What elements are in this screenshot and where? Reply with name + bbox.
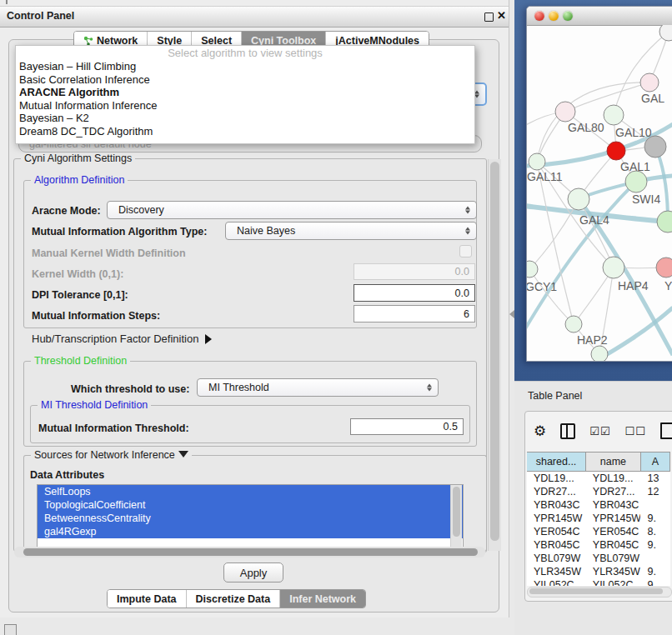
attribute-list-item[interactable]: gal4RGexp <box>38 525 463 538</box>
attribute-list-item[interactable]: BetweennessCentrality <box>38 512 463 525</box>
network-node[interactable] <box>644 136 666 158</box>
aracne-mode-combo[interactable]: Discovery <box>107 201 477 219</box>
table-row[interactable]: YLR345WYLR345W9. <box>527 565 670 578</box>
table-column-header[interactable]: name <box>586 452 641 471</box>
control-panel-titlebar[interactable]: Control Panel ✕ <box>0 6 509 28</box>
close-icon[interactable]: ✕ <box>497 9 506 22</box>
attribute-list-item[interactable]: SelfLoops <box>38 485 463 498</box>
table-row[interactable]: YDL19...YDL19...13 <box>527 472 670 485</box>
table-row[interactable]: YPR145WYPR145W9. <box>527 512 670 525</box>
mi-threshold-label: Mutual Information Threshold: <box>38 422 189 434</box>
settings-hscrollbar-thumb[interactable] <box>23 548 478 556</box>
dpi-tolerance-label: DPI Tolerance [0,1]: <box>32 289 128 301</box>
table-cell: YBR043C <box>527 499 586 511</box>
which-threshold-combo[interactable]: MI Threshold <box>197 378 439 397</box>
table-row[interactable]: YIL052CYIL052C9. <box>527 578 670 586</box>
table-cell: 9. <box>640 512 670 524</box>
sources-legend[interactable]: Sources for Network Inference <box>31 449 192 461</box>
network-node-gal80[interactable] <box>555 102 575 122</box>
bottom-tabbar: Impute DataDiscretize DataInfer Network <box>107 589 366 608</box>
network-node-gcy1[interactable] <box>527 261 538 278</box>
node-table[interactable]: shared...nameA YDL19...YDL19...13YDR27..… <box>527 452 670 586</box>
network-edge[interactable] <box>655 147 668 222</box>
network-node-label: GAL80 <box>568 121 604 134</box>
network-view-window[interactable]: GALGAL80GAL10GAL1GAL11SWI4GAL4HAP4YGCY1H… <box>526 6 672 362</box>
network-node-gal1[interactable] <box>607 142 625 160</box>
table-row[interactable]: YBR043CYBR043C <box>527 498 670 512</box>
minimized-panel-icon[interactable] <box>4 624 17 635</box>
table-row[interactable]: YDR27...YDR27...12 <box>527 485 670 498</box>
table-row[interactable]: YBR045CYBR045C9. <box>527 538 670 552</box>
attribute-list-item[interactable]: TopologicalCoefficient <box>38 498 463 512</box>
algorithm-option[interactable]: Mutual Information Inference <box>16 99 474 112</box>
gear-icon[interactable]: ⚙ <box>534 424 546 438</box>
network-node-gal11[interactable] <box>529 153 545 170</box>
close-traffic-icon[interactable] <box>534 11 544 21</box>
algorithm-option[interactable]: Bayesian – Hill Climbing <box>16 60 474 73</box>
algorithm-option[interactable]: ARACNE Algorithm <box>16 86 474 99</box>
dpi-tolerance-value: 0.0 <box>455 288 469 299</box>
network-node[interactable] <box>591 346 608 361</box>
network-icon <box>83 36 93 46</box>
aracne-mode-label: Aracne Mode: <box>32 205 101 217</box>
data-attributes-list[interactable]: SelfLoopsTopologicalCoefficientBetweenne… <box>37 484 464 549</box>
network-node-swi4[interactable] <box>625 171 647 192</box>
network-node[interactable] <box>659 25 672 41</box>
algorithm-option[interactable]: Dream8 DC_TDC Algorithm <box>16 125 474 138</box>
mi-steps-input[interactable]: 6 <box>354 305 475 322</box>
network-node-label: HAP2 <box>577 333 608 347</box>
settings-vscrollbar[interactable] <box>488 159 501 551</box>
network-node-gal4[interactable] <box>568 188 589 210</box>
network-node-hap2[interactable] <box>565 316 582 332</box>
table-column-header[interactable]: A <box>641 452 670 471</box>
network-node-label: GAL10 <box>615 126 652 139</box>
network-node-gal[interactable] <box>640 73 659 92</box>
document-icon[interactable] <box>660 422 672 439</box>
network-node-label: SWI4 <box>632 192 660 206</box>
columns-icon[interactable] <box>560 423 575 439</box>
table-panel-title: Table Panel <box>528 390 582 402</box>
network-node-y[interactable] <box>656 258 672 278</box>
network-node-gal10[interactable] <box>604 105 624 125</box>
table-row[interactable]: YER054CYER054C8. <box>527 525 670 538</box>
checked-boxes-icon[interactable]: ☑☑ <box>589 425 610 438</box>
unchecked-boxes-icon[interactable]: ☐☐ <box>625 425 646 438</box>
kernel-width-input[interactable]: 0.0 <box>354 263 475 280</box>
algorithm-option[interactable]: Basic Correlation Inference <box>16 73 474 87</box>
network-canvas[interactable]: GALGAL80GAL10GAL1GAL11SWI4GAL4HAP4YGCY1H… <box>527 25 672 361</box>
table-cell: YER054C <box>586 526 641 538</box>
table-toolbar: ⚙ ☑☑ ☐☐ <box>534 418 672 443</box>
network-node[interactable] <box>657 211 672 232</box>
tab-discretize-data[interactable]: Discretize Data <box>187 590 281 608</box>
table-hscrollbar-thumb[interactable] <box>529 588 663 594</box>
attributes-vscrollbar-thumb[interactable] <box>453 487 460 537</box>
table-hscrollbar[interactable] <box>527 587 672 598</box>
zoom-traffic-icon[interactable] <box>563 11 573 21</box>
mi-threshold-input[interactable]: 0.5 <box>350 418 464 435</box>
algorithm-dropdown-placeholder: Select algorithm to view settings <box>16 46 474 60</box>
table-column-header[interactable]: shared... <box>527 452 586 471</box>
algorithm-option[interactable]: Bayesian – K2 <box>16 112 474 125</box>
table-cell: YBL079W <box>527 552 586 564</box>
dpi-tolerance-input[interactable]: 0.0 <box>354 284 475 302</box>
mi-type-combo[interactable]: Naive Bayes <box>225 222 477 240</box>
network-window-titlebar[interactable] <box>527 7 672 26</box>
tab-infer-network[interactable]: Infer Network <box>280 590 365 608</box>
table-row[interactable]: YBL079WYBL079W <box>527 552 670 565</box>
table-cell: 8. <box>640 526 670 538</box>
mi-type-value: Naive Bayes <box>237 225 295 237</box>
network-node-hap4[interactable] <box>603 257 624 278</box>
tab-impute-data[interactable]: Impute Data <box>108 590 187 608</box>
hub-definition-toggle[interactable]: Hub/Transcription Factor Definition <box>32 332 212 345</box>
attributes-vscrollbar[interactable] <box>450 485 462 547</box>
manual-kernel-checkbox[interactable] <box>459 245 472 258</box>
apply-button-label: Apply <box>240 567 268 579</box>
table-cell: 12 <box>640 486 670 498</box>
minimize-traffic-icon[interactable] <box>549 11 559 21</box>
settings-vscrollbar-thumb[interactable] <box>490 162 499 541</box>
collapse-down-icon <box>178 451 188 458</box>
table-cell: YLR345W <box>527 566 586 578</box>
settings-hscrollbar[interactable] <box>14 547 485 558</box>
apply-button[interactable]: Apply <box>223 562 283 582</box>
float-window-icon[interactable] <box>484 12 494 22</box>
